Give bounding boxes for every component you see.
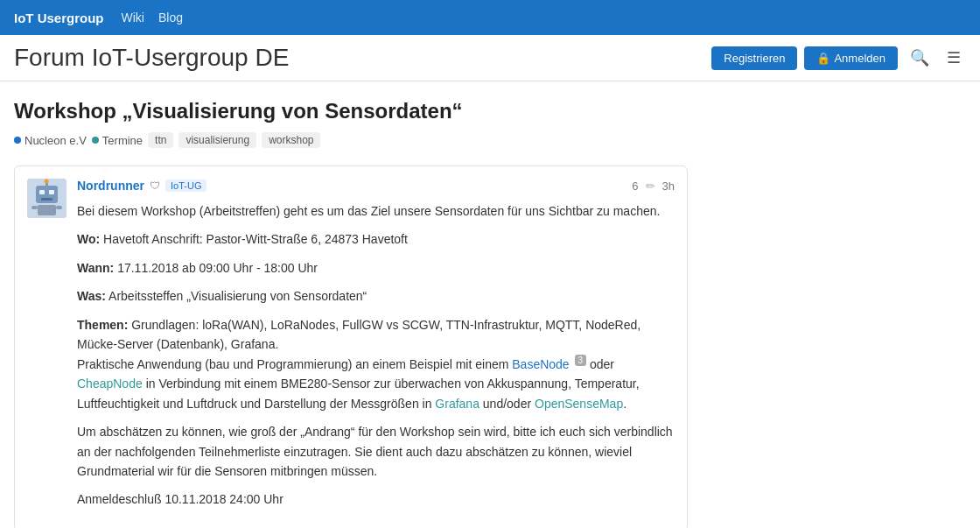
edit-icon: ✏ — [646, 180, 655, 193]
teal-dot-icon — [92, 137, 99, 144]
intro-text: Bei diesem Workshop (Arbeitstreffen) geh… — [77, 201, 675, 221]
opensensemap-link[interactable]: OpenSenseMap — [535, 397, 623, 411]
login-button[interactable]: 🔒 Anmelden — [804, 46, 898, 70]
post-meta: Nordrunner 🛡 IoT-UG 6 ✏ 3h — [77, 179, 675, 193]
themen-label: Themen: — [77, 318, 128, 332]
praktisch-end: . — [623, 397, 626, 411]
grafana-link[interactable]: Grafana — [435, 397, 480, 411]
main-content: Workshop „Visualisierung von Sensordaten… — [0, 81, 962, 528]
site-header: Forum IoT-Usergroup DE Registrieren 🔒 An… — [0, 35, 980, 81]
author-name[interactable]: Nordrunner — [77, 179, 144, 193]
post-text: Bei diesem Workshop (Arbeitstreffen) geh… — [77, 201, 675, 510]
nav-brand[interactable]: IoT Usergroup — [14, 11, 104, 25]
blue-dot-icon — [14, 137, 21, 144]
group-tag: IoT-UG — [165, 180, 206, 192]
wo-line: Wo: Havetoft Anschrift: Pastor-Witt-Stra… — [77, 229, 675, 249]
wann-line: Wann: 17.11.2018 ab 09:00 Uhr - 18:00 Uh… — [77, 258, 675, 278]
themen-line: Themen: Grundlagen: loRa(WAN), LoRaNodes… — [77, 315, 675, 414]
svg-rect-4 — [41, 198, 52, 201]
site-title: Forum IoT-Usergroup DE — [14, 44, 289, 72]
anmeldeschluss-text: Anmeldeschluß 10.11.2018 24:00 Uhr — [77, 489, 675, 509]
wo-label: Wo: — [77, 232, 100, 246]
tag-visualisierung[interactable]: visualisierung — [178, 132, 256, 148]
register-button[interactable]: Registrieren — [711, 46, 797, 70]
themen-value: Grundlagen: loRa(WAN), LoRaNodes, FullGW… — [77, 318, 640, 351]
wann-label: Wann: — [77, 261, 114, 275]
edit-count: 6 — [632, 180, 638, 193]
anmeldung-text: Um abschätzen zu können, wie groß der „A… — [77, 422, 675, 481]
mod-badge: 🛡 — [150, 180, 160, 192]
svg-rect-8 — [32, 206, 38, 209]
basenode-link[interactable]: BaseNode — [512, 357, 569, 371]
post-title: Workshop „Visualisierung von Sensordaten… — [14, 99, 948, 123]
login-label: Anmelden — [834, 52, 886, 65]
post-meta-right: 6 ✏ 3h — [632, 180, 675, 193]
tags-row: Nucleon e.V Termine ttn visualisierung w… — [14, 132, 948, 148]
post-card: Nordrunner 🛡 IoT-UG 6 ✏ 3h Bei diesem Wo… — [14, 165, 688, 528]
svg-point-6 — [45, 180, 49, 184]
wann-value: 17.11.2018 ab 09:00 Uhr - 18:00 Uhr — [117, 261, 318, 275]
hamburger-icon: ☰ — [947, 49, 961, 67]
lock-icon: 🔒 — [816, 52, 830, 65]
nav-wiki[interactable]: Wiki — [122, 11, 144, 25]
svg-rect-3 — [49, 190, 54, 194]
svg-rect-2 — [39, 190, 45, 194]
author-info: Nordrunner 🛡 IoT-UG — [77, 179, 206, 193]
praktisch-line3: und/oder — [483, 397, 535, 411]
svg-rect-7 — [38, 205, 56, 215]
basenode-badge: 3 — [575, 355, 587, 366]
top-nav: IoT Usergroup Wiki Blog — [0, 0, 980, 35]
header-actions: Registrieren 🔒 Anmelden 🔍 ☰ — [711, 45, 966, 71]
post-body: Nordrunner 🛡 IoT-UG 6 ✏ 3h Bei diesem Wo… — [77, 179, 675, 518]
search-icon: 🔍 — [910, 49, 929, 67]
post-time: 3h — [662, 180, 675, 193]
category-nucleon: Nucleon e.V — [14, 134, 87, 147]
cheapnode-link[interactable]: CheapNode — [77, 377, 143, 391]
avatar — [27, 179, 66, 218]
category-termine: Termine — [92, 134, 143, 147]
svg-rect-9 — [56, 206, 62, 209]
category-nucleon-label: Nucleon e.V — [24, 134, 87, 147]
search-button[interactable]: 🔍 — [905, 45, 934, 71]
praktisch-middle: oder — [590, 357, 614, 371]
was-label: Was: — [77, 289, 106, 303]
wo-value: Havetoft Anschrift: Pastor-Witt-Straße 6… — [103, 232, 408, 246]
was-value: Arbeitssteffen „Visualisierung von Senso… — [108, 289, 367, 303]
was-line: Was: Arbeitssteffen „Visualisierung von … — [77, 286, 675, 306]
menu-button[interactable]: ☰ — [942, 45, 966, 71]
praktisch-line1: Praktische Anwendung (bau und Programmie… — [77, 357, 512, 371]
nav-blog[interactable]: Blog — [158, 11, 183, 25]
avatar-img — [27, 179, 66, 218]
tag-ttn[interactable]: ttn — [148, 132, 173, 148]
tag-workshop[interactable]: workshop — [262, 132, 320, 148]
category-termine-label: Termine — [102, 134, 143, 147]
